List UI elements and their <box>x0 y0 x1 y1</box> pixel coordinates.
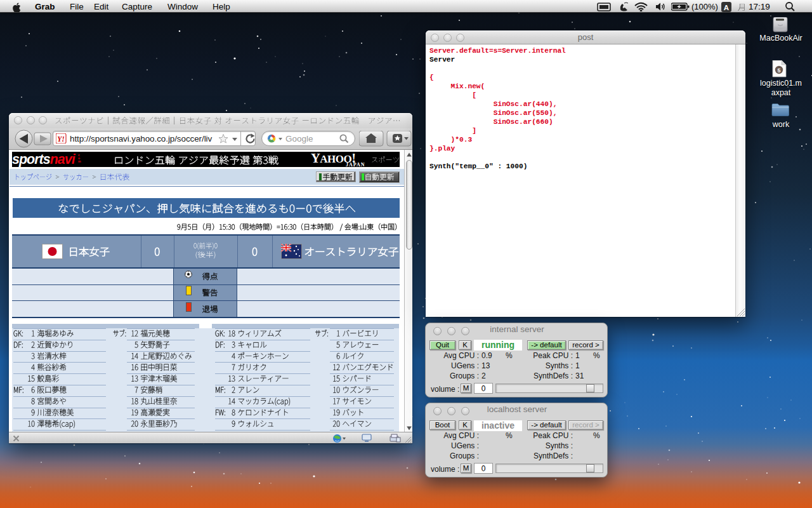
svg-text:Y!: Y! <box>57 135 65 143</box>
svg-text:A: A <box>724 3 729 11</box>
svg-text:5: 5 <box>777 67 780 74</box>
